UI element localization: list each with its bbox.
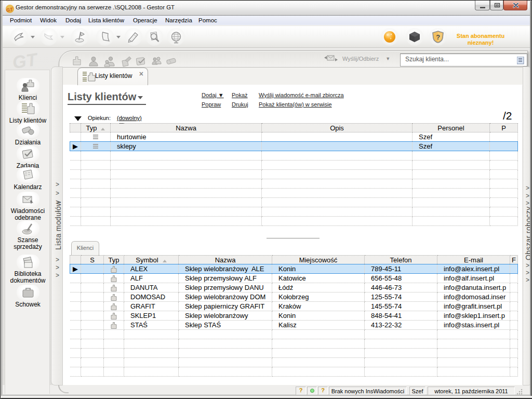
svg-text:?: ? xyxy=(436,33,440,41)
